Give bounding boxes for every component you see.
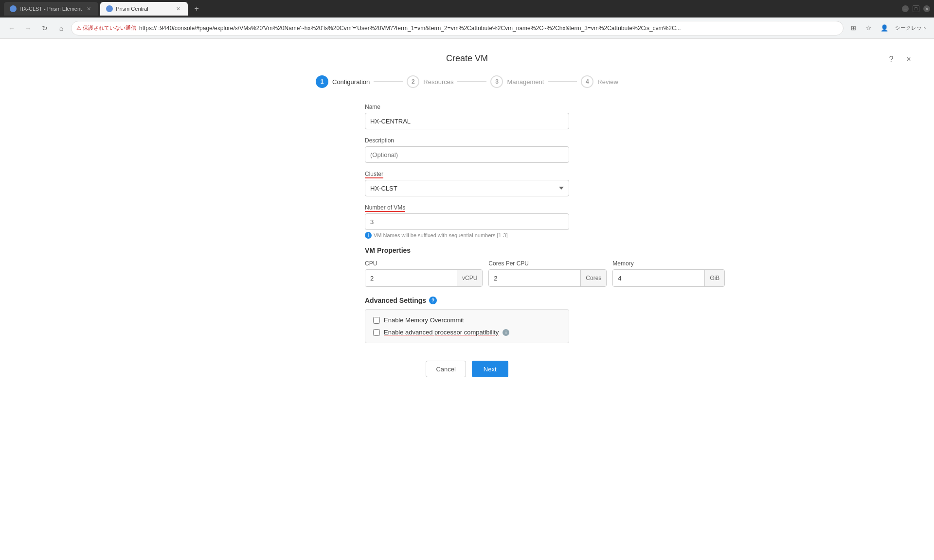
warning-icon: ⚠: [76, 25, 81, 31]
step-label-management: Management: [507, 78, 544, 86]
step-configuration: 1 Configuration: [316, 75, 370, 88]
num-vms-info: i VM Names will be suffixed with sequent…: [365, 232, 569, 239]
home-button[interactable]: ⌂: [54, 21, 68, 35]
dialog-title: Create VM: [446, 53, 488, 63]
description-group: Description: [365, 137, 569, 163]
advanced-settings-help-icon[interactable]: ?: [429, 297, 437, 304]
tab-hx-clst[interactable]: HX-CLST - Prism Element ✕: [4, 2, 98, 16]
step-circle-1: 1: [316, 75, 328, 88]
processor-compatibility-label[interactable]: Enable advanced processor compatibility: [384, 329, 499, 336]
browser-chrome: HX-CLST - Prism Element ✕ Prism Central …: [0, 0, 934, 560]
url-text: https:// :9440/console/#page/explore/s/V…: [139, 25, 838, 32]
cores-label: Cores Per CPU: [488, 260, 607, 267]
bookmark-icon[interactable]: ☆: [862, 21, 876, 35]
memory-overcommit-label[interactable]: Enable Memory Overcommit: [384, 316, 464, 324]
back-button[interactable]: ←: [5, 21, 18, 35]
memory-input[interactable]: [613, 270, 704, 286]
tab-title-prism-central: Prism Central: [116, 6, 171, 12]
processor-compatibility-row: Enable advanced processor compatibility …: [373, 329, 561, 336]
insecure-label: ⚠ 保護されていない通信: [76, 24, 136, 32]
dialog-overlay: Create VM ? × 1 Configuration 2: [0, 39, 934, 560]
minimize-button[interactable]: ─: [902, 5, 909, 12]
num-vms-info-text: VM Names will be suffixed with sequentia…: [374, 232, 508, 238]
step-connector-3: [548, 81, 577, 82]
dialog-header: Create VM ? ×: [0, 53, 934, 64]
cores-unit: Cores: [580, 270, 606, 286]
step-circle-3: 3: [490, 75, 503, 88]
description-label: Description: [365, 137, 569, 144]
tab-close-hx-clst[interactable]: ✕: [85, 5, 92, 13]
close-window-button[interactable]: ✕: [923, 5, 930, 12]
advanced-settings-header: Advanced Settings ?: [365, 297, 569, 304]
memory-unit: GiB: [704, 270, 724, 286]
memory-label: Memory: [612, 260, 725, 267]
step-circle-2: 2: [407, 75, 419, 88]
vm-props-row: CPU vCPU Cores Per CPU Cores: [365, 260, 569, 287]
cpu-input[interactable]: [365, 270, 457, 286]
step-connector-1: [374, 81, 403, 82]
dialog-top-actions: ? ×: [885, 53, 915, 65]
cpu-group: CPU vCPU: [365, 260, 483, 287]
dialog-footer: Cancel Next: [365, 361, 569, 377]
vm-properties-group: VM Properties CPU vCPU Cores Per: [365, 246, 569, 287]
main-content: Create VM ? × 1 Configuration 2: [0, 39, 934, 560]
advanced-settings-title: Advanced Settings: [365, 297, 426, 304]
tab-prism-central[interactable]: Prism Central ✕: [100, 2, 188, 16]
num-vms-input[interactable]: [365, 213, 569, 230]
step-connector-2: [457, 81, 486, 82]
cpu-label: CPU: [365, 260, 483, 267]
toolbar-icons: ⊞ ☆ 👤 シークレット: [846, 21, 929, 35]
form-container: Name Description Cluster HX-CLST: [365, 104, 569, 377]
profile-icon[interactable]: 👤: [878, 21, 891, 35]
info-icon: i: [365, 232, 372, 239]
cluster-select[interactable]: HX-CLST: [365, 180, 569, 196]
step-circle-4: 4: [581, 75, 593, 88]
cores-input[interactable]: [489, 270, 580, 286]
new-tab-button[interactable]: +: [190, 2, 203, 16]
memory-overcommit-checkbox[interactable]: [373, 317, 380, 324]
secret-label[interactable]: シークレット: [893, 24, 929, 32]
maximize-button[interactable]: □: [913, 5, 919, 12]
cluster-select-wrapper: HX-CLST: [365, 180, 569, 196]
step-resources: 2 Resources: [407, 75, 453, 88]
step-review: 4 Review: [581, 75, 618, 88]
step-management: 3 Management: [490, 75, 544, 88]
vm-properties-title: VM Properties: [365, 246, 569, 254]
cancel-button[interactable]: Cancel: [426, 361, 466, 377]
name-label: Name: [365, 104, 569, 110]
memory-group: Memory GiB: [612, 260, 725, 287]
forward-button[interactable]: →: [21, 21, 35, 35]
cores-input-wrapper: Cores: [488, 269, 607, 287]
advanced-settings-box: Enable Memory Overcommit Enable advanced…: [365, 309, 569, 343]
screenshot-icon[interactable]: ⊞: [846, 21, 860, 35]
browser-titlebar: HX-CLST - Prism Element ✕ Prism Central …: [0, 0, 934, 18]
step-label-resources: Resources: [423, 78, 453, 86]
memory-input-wrapper: GiB: [612, 269, 725, 287]
step-label-review: Review: [597, 78, 618, 86]
cluster-group: Cluster HX-CLST: [365, 171, 569, 196]
cpu-input-wrapper: vCPU: [365, 269, 483, 287]
tab-close-prism-central[interactable]: ✕: [174, 5, 182, 13]
next-button[interactable]: Next: [472, 361, 508, 377]
name-input[interactable]: [365, 113, 569, 129]
close-dialog-button[interactable]: ×: [903, 53, 915, 65]
cluster-label-text: Cluster: [365, 171, 383, 177]
browser-toolbar: ← → ↻ ⌂ ⚠ 保護されていない通信 https:// :9440/cons…: [0, 18, 934, 39]
num-vms-group: Number of VMs i VM Names will be suffixe…: [365, 204, 569, 239]
memory-overcommit-row: Enable Memory Overcommit: [373, 316, 561, 324]
help-button[interactable]: ?: [885, 53, 897, 65]
cores-group: Cores Per CPU Cores: [488, 260, 607, 287]
step-label-configuration: Configuration: [332, 78, 370, 86]
num-vms-label: Number of VMs: [365, 204, 569, 211]
cluster-label: Cluster: [365, 171, 569, 177]
name-group: Name: [365, 104, 569, 129]
tab-title-hx-clst: HX-CLST - Prism Element: [19, 6, 82, 12]
refresh-button[interactable]: ↻: [38, 21, 52, 35]
processor-compatibility-checkbox[interactable]: [373, 329, 380, 336]
processor-info-icon[interactable]: i: [503, 329, 509, 336]
address-bar[interactable]: ⚠ 保護されていない通信 https:// :9440/console/#pag…: [71, 21, 844, 35]
cpu-unit: vCPU: [457, 270, 482, 286]
tab-icon-hx-clst: [10, 5, 17, 12]
num-vms-label-text: Number of VMs: [365, 204, 405, 211]
description-input[interactable]: [365, 146, 569, 163]
